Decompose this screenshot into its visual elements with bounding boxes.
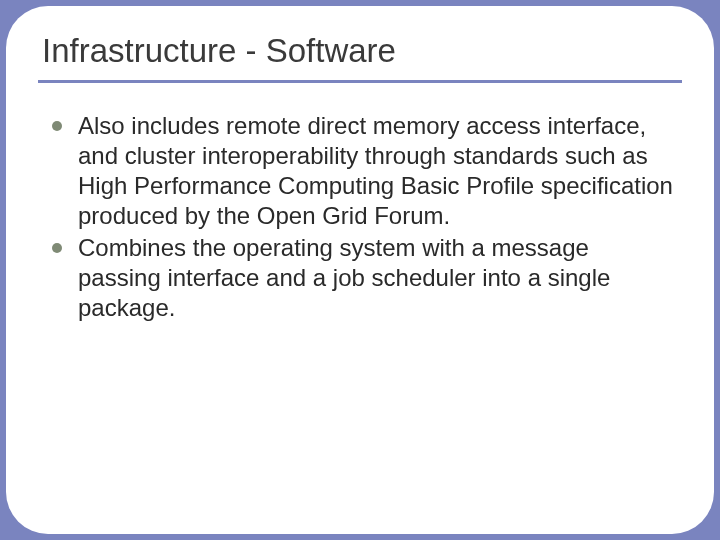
slide-title: Infrastructure - Software xyxy=(42,32,678,70)
list-item: Also includes remote direct memory acces… xyxy=(50,111,678,231)
list-item: Combines the operating system with a mes… xyxy=(50,233,678,323)
slide: Infrastructure - Software Also includes … xyxy=(6,6,714,534)
title-underline xyxy=(38,80,682,83)
bullet-list: Also includes remote direct memory acces… xyxy=(42,111,678,323)
